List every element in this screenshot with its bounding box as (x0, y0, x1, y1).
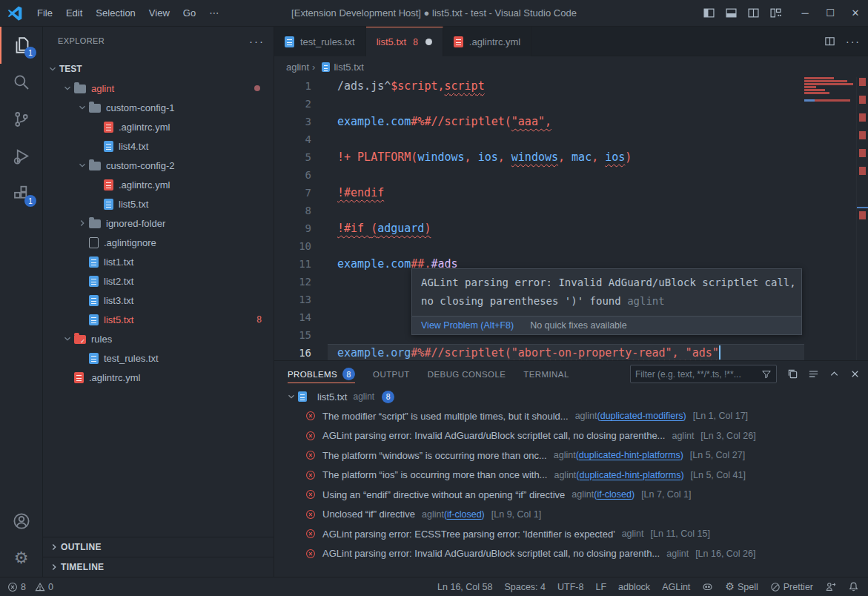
tree-item-aglint[interactable]: aglint (43, 79, 274, 98)
problem-row-8[interactable]: AGLint parsing error: Invalid AdGuard/uB… (274, 544, 868, 564)
status-prettier[interactable]: Prettier (770, 582, 813, 592)
tree-item-ignored-folder[interactable]: ignored-folder (43, 213, 274, 233)
tree-item-custom-config-1[interactable]: custom-config-1 (43, 98, 274, 117)
menu-view[interactable]: View (142, 0, 176, 26)
tree-item--aglintrc-yml[interactable]: .aglintrc.yml (43, 368, 274, 387)
tree-item-list1-txt[interactable]: list1.txt (43, 252, 274, 271)
code-editor[interactable]: 1/ads.js^$script,script23example.com#%#/… (274, 77, 868, 360)
activity-search[interactable] (0, 64, 42, 101)
tree-item-list5-txt[interactable]: list5.txt8 (43, 310, 274, 329)
customize-layout-icon[interactable] (764, 0, 786, 26)
activity-source-control[interactable] (0, 101, 42, 138)
status-encoding[interactable]: UTF-8 (557, 582, 583, 592)
tree-item-test-rules-txt[interactable]: test_rules.txt (43, 348, 274, 368)
tree-item-test[interactable]: TEST (43, 59, 274, 79)
panel-tab-problems[interactable]: PROBLEMS8 (288, 361, 355, 387)
problem-row-1[interactable]: The modifier “script” is used multiple t… (274, 406, 868, 426)
outline-section[interactable]: OUTLINE (43, 537, 274, 557)
chevron-up-icon[interactable] (829, 368, 840, 380)
code-line-2[interactable]: 2 (274, 95, 868, 113)
tab-test-rules-txt[interactable]: test_rules.txt (274, 27, 366, 56)
problem-rule-link[interactable]: (if-closed) (594, 489, 635, 500)
problem-row-4[interactable]: The platform “ios” is occurring more tha… (274, 466, 868, 486)
menu-file[interactable]: File (30, 0, 59, 26)
tree-item--aglintignore[interactable]: .aglintignore (43, 233, 274, 252)
tree-item--aglintrc-yml[interactable]: .aglintrc.yml (43, 175, 274, 194)
more-icon[interactable]: ··· (846, 35, 861, 48)
activity-accounts[interactable] (0, 503, 42, 540)
breadcrumb-file[interactable]: list5.txt (334, 62, 363, 73)
split-icon[interactable] (824, 36, 835, 47)
menu-[interactable]: ⋯ (202, 0, 225, 26)
window-close-button[interactable]: ✕ (843, 0, 868, 26)
tree-item-list5-txt[interactable]: list5.txt (43, 194, 274, 213)
window-minimize-button[interactable]: ─ (792, 0, 818, 26)
tab--aglintrc-yml[interactable]: .aglintrc.yml (443, 27, 531, 56)
problems-filter[interactable] (630, 365, 777, 383)
problem-row-2[interactable]: AGLint parsing error: Invalid AdGuard/uB… (274, 426, 868, 446)
tree-item-list2-txt[interactable]: list2.txt (43, 271, 274, 291)
status-cursor-position[interactable]: Ln 16, Col 58 (437, 582, 492, 592)
close-icon[interactable] (849, 368, 861, 380)
minimap[interactable] (804, 77, 856, 360)
breadcrumb-folder[interactable]: aglint (286, 62, 309, 73)
window-maximize-button[interactable]: ☐ (818, 0, 843, 26)
code-line-4[interactable]: 4 (274, 130, 868, 148)
problem-rule-link[interactable]: (duplicated-hint-platforms) (576, 470, 683, 480)
layout-panel-icon[interactable] (720, 0, 742, 26)
status-errors[interactable]: 8 (7, 582, 26, 592)
panel-tab-terminal[interactable]: TERMINAL (523, 361, 569, 387)
activity-settings[interactable]: ⚙ (0, 540, 42, 577)
activity-extensions[interactable]: 1 (0, 175, 42, 212)
overview-ruler[interactable] (856, 77, 868, 360)
tree-item--aglintrc-yml[interactable]: .aglintrc.yml (43, 117, 274, 136)
problem-rule-link[interactable]: (duplicated-hint-platforms) (576, 450, 683, 460)
layout-sidebar-left-icon[interactable] (698, 0, 720, 26)
status-language-mode[interactable]: adblock (618, 582, 650, 592)
tab-list5-txt[interactable]: list5.txt8 (366, 27, 443, 56)
problems-group-row[interactable]: list5.txt aglint 8 (274, 387, 868, 406)
code-line-3[interactable]: 3example.com#%#//scriptlet("aaa", (274, 113, 868, 130)
code-line-8[interactable]: 8 (274, 202, 868, 219)
problem-row-6[interactable]: Unclosed “if” directiveaglint(if-closed)… (274, 505, 868, 525)
problem-row-3[interactable]: The platform “windows” is occurring more… (274, 446, 868, 466)
status-eol[interactable]: LF (595, 582, 606, 592)
panel-tab-debug-console[interactable]: DEBUG CONSOLE (428, 361, 506, 387)
breadcrumb[interactable]: aglint › list5.txt (274, 56, 868, 77)
activity-run-and-debug[interactable] (0, 138, 42, 175)
filter-input[interactable] (635, 369, 761, 380)
panel-tab-output[interactable]: OUTPUT (373, 361, 410, 387)
status-spell-checker[interactable]: ⚙Spell (725, 581, 758, 592)
tree-item-list4-txt[interactable]: list4.txt (43, 136, 274, 156)
status-notifications[interactable] (848, 581, 859, 592)
code-line-16[interactable]: 16example.org#%#//scriptlet("abort-on-pr… (274, 344, 868, 360)
code-line-6[interactable]: 6 (274, 166, 868, 184)
code-line-10[interactable]: 10 (274, 237, 868, 255)
explorer-more-actions[interactable]: ··· (249, 35, 265, 47)
list-icon[interactable] (808, 368, 819, 380)
status-feedback[interactable] (825, 581, 836, 592)
timeline-section[interactable]: TIMELINE (43, 557, 274, 577)
copy-icon[interactable] (787, 368, 798, 380)
layout-sidebar-right-icon[interactable] (742, 0, 764, 26)
code-line-9[interactable]: 9!#if (adguard) (274, 219, 868, 237)
problem-row-7[interactable]: AGLint parsing error: ECSSTree parsing e… (274, 524, 868, 544)
status-indentation[interactable]: Spaces: 4 (504, 582, 546, 592)
code-line-1[interactable]: 1/ads.js^$script,script (274, 77, 868, 95)
tree-item-custom-config-2[interactable]: custom-config-2 (43, 156, 274, 175)
menu-go[interactable]: Go (176, 0, 202, 26)
tree-item-list3-txt[interactable]: list3.txt (43, 291, 274, 310)
menu-selection[interactable]: Selection (89, 0, 142, 26)
tree-item-rules[interactable]: rules (43, 329, 274, 348)
code-line-7[interactable]: 7!#endif (274, 184, 868, 202)
code-line-5[interactable]: 5!+ PLATFORM(windows, ios, windows, mac,… (274, 148, 868, 166)
problem-row-5[interactable]: Using an “endif” directive without an op… (274, 485, 868, 505)
view-problem-link[interactable]: View Problem (Alt+F8) (421, 320, 514, 331)
activity-explorer[interactable]: 1 (0, 27, 42, 64)
status-aglint-status[interactable]: AGLint (662, 582, 690, 592)
status-warnings[interactable]: 0 (35, 582, 53, 592)
problem-rule-link[interactable]: (if-closed) (444, 509, 485, 520)
status-copilot[interactable] (702, 581, 713, 592)
problem-rule-link[interactable]: (duplicated-modifiers) (597, 411, 686, 421)
menu-edit[interactable]: Edit (59, 0, 89, 26)
